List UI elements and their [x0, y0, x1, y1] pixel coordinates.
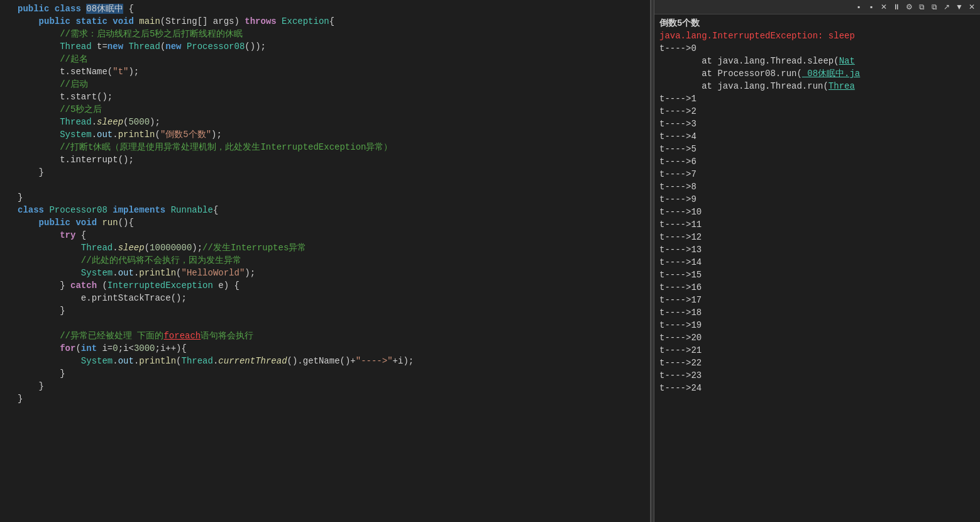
code-token: i=: [102, 343, 113, 353]
code-token: System: [81, 268, 113, 278]
console-line: 倒数5个数: [659, 17, 975, 30]
code-token: }: [60, 280, 70, 291]
toolbar-btn-expand[interactable]: ↗: [941, 1, 952, 13]
line-content: System.out.println(Thread.currentThread(…: [18, 355, 645, 367]
line-content: }: [18, 166, 645, 179]
code-token: 3000: [134, 343, 155, 353]
code-token: [18, 280, 60, 291]
code-token: (: [145, 243, 150, 253]
code-token: public: [18, 4, 55, 14]
console-line: t---->9: [659, 193, 975, 206]
code-token: [18, 155, 60, 165]
toolbar-btn-split1[interactable]: ⧉: [916, 1, 927, 13]
code-line: t.start();: [0, 91, 650, 103]
toolbar-btn-pause[interactable]: ⏸: [891, 1, 902, 13]
code-token: e) {: [213, 280, 239, 291]
code-token: [18, 167, 39, 177]
line-content: public void run(){: [18, 216, 645, 229]
console-line: t---->13: [659, 243, 975, 256]
code-line: public void run(){: [0, 216, 650, 229]
line-content: }: [18, 380, 645, 392]
code-token: [18, 369, 60, 379]
console-line: t---->7: [659, 168, 975, 180]
code-token: main: [139, 16, 160, 26]
code-token: "---->": [356, 356, 393, 366]
toolbar-btn-close[interactable]: ✕: [878, 1, 889, 13]
console-line: at java.lang.Thread.sleep(Nat: [659, 55, 975, 67]
code-token: }: [60, 306, 65, 316]
code-token: );: [150, 117, 160, 127]
toolbar-btn-stop[interactable]: ▪: [853, 1, 864, 13]
code-token: Thread: [81, 243, 113, 253]
code-token: Thread: [182, 356, 213, 366]
toolbar-btn-x[interactable]: ✕: [966, 1, 977, 13]
code-token: //起名: [60, 54, 88, 64]
code-token: [18, 306, 60, 316]
toolbar-btn-dropdown[interactable]: ▼: [954, 1, 965, 13]
code-line: //5秒之后: [0, 103, 650, 116]
code-token: ;i++){: [155, 343, 187, 353]
code-token: [18, 255, 81, 265]
console-link[interactable]: Nat: [839, 56, 855, 66]
console-line: t---->11: [659, 218, 975, 231]
code-token: "t": [113, 67, 128, 77]
code-token: class: [55, 4, 86, 14]
code-token: sleep: [97, 117, 123, 127]
console-error-text: java.lang.InterruptedException: sleep: [659, 31, 855, 41]
code-token: println: [118, 130, 155, 140]
code-token: }: [39, 381, 44, 391]
console-line: t---->20: [659, 331, 975, 344]
code-token: (String[] args): [160, 16, 245, 26]
code-token: catch: [70, 280, 102, 291]
code-token: println: [139, 356, 176, 366]
line-content: Thread t=new Thread(new Processor08());: [18, 40, 645, 53]
line-content: } catch (InterruptedException e) {: [18, 279, 645, 292]
code-line: //需求：启动线程之后5秒之后打断线程的休眠: [0, 28, 650, 40]
code-line: //启动: [0, 78, 650, 91]
console-line: t---->8: [659, 180, 975, 193]
code-token: //发生Interruptes异常: [202, 243, 306, 253]
code-line: //异常已经被处理 下面的foreach语句将会执行: [0, 330, 650, 342]
console-line: t---->14: [659, 256, 975, 269]
console-line: t---->17: [659, 294, 975, 306]
line-content: //此处的代码将不会执行，因为发生异常: [18, 254, 645, 267]
code-line: Thread t=new Thread(new Processor08());: [0, 40, 650, 53]
code-line: Thread.sleep(10000000);//发生Interruptes异常: [0, 242, 650, 254]
code-line: } catch (InterruptedException e) {: [0, 279, 650, 292]
toolbar-btn-stop2[interactable]: ▪: [866, 1, 877, 13]
code-token: t=: [92, 42, 107, 52]
code-token: (: [102, 280, 107, 291]
console-line: t---->3: [659, 118, 975, 130]
toolbar-btn-split2[interactable]: ⧉: [928, 1, 940, 13]
code-token: .: [113, 243, 118, 253]
code-token: Thread: [60, 117, 91, 127]
code-token: ());: [245, 42, 266, 52]
console-link[interactable]: Threa: [829, 81, 855, 91]
code-token: {: [81, 230, 86, 240]
code-line: System.out.println("倒数5个数");: [0, 128, 650, 141]
code-token: .: [113, 356, 118, 366]
code-editor[interactable]: public class 08休眠中 { public static void …: [0, 0, 651, 522]
code-token: );: [245, 268, 255, 278]
line-content: class Processor08 implements Runnable{: [18, 204, 645, 216]
code-token: (){: [118, 218, 134, 228]
code-token: [18, 42, 60, 52]
code-token: out: [97, 130, 113, 140]
code-token: [18, 67, 60, 77]
line-content: //异常已经被处理 下面的foreach语句将会执行: [18, 330, 645, 342]
code-line: System.out.println("HelloWorld");: [0, 267, 650, 279]
console-link[interactable]: _08休眠中.ja: [802, 69, 860, 79]
toolbar-btn-settings[interactable]: ⚙: [903, 1, 915, 13]
code-token: System: [60, 130, 91, 140]
code-token: e.printStackTrace();: [81, 293, 187, 303]
code-token: void: [75, 218, 102, 228]
console-line: t---->18: [659, 306, 975, 319]
code-token: t.interrupt();: [60, 155, 134, 165]
console-output: 倒数5个数java.lang.InterruptedException: sle…: [654, 14, 980, 522]
code-token: foreach: [163, 331, 201, 341]
code-line: //打断t休眠（原理是使用异常处理机制，此处发生InterruptedExcep…: [0, 141, 650, 153]
console-line: at java.lang.Thread.run(Threa: [659, 80, 975, 92]
code-token: sleep: [118, 243, 145, 253]
code-token: );: [128, 67, 139, 77]
code-token: Thread: [60, 42, 91, 52]
